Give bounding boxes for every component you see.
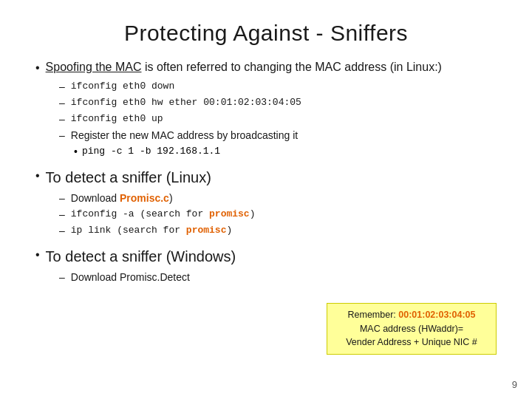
bullet-3-text: To detect a sniffer (Windows) — [46, 246, 236, 267]
bullet-2-sub-3: – ip link (search for promisc) — [59, 223, 497, 239]
bullet-1-subitems: – ifconfig eth0 down – ifconfig eth0 hw … — [59, 79, 497, 160]
bullet-3-sub-1: – Download Promisc.Detect — [59, 270, 497, 285]
sub-item-3: – ifconfig eth0 up — [59, 112, 497, 127]
slide-title: Protecting Against - Sniffers — [35, 21, 497, 46]
bullet-1-main: • Spoofing the MAC is often referred to … — [35, 59, 497, 76]
bullet-3-section: • To detect a sniffer (Windows) – Downlo… — [35, 246, 497, 285]
sub-sub-item: • ping -c 1 -b 192.168.1.1 — [74, 144, 497, 160]
sub-item-1: – ifconfig eth0 down — [59, 79, 497, 95]
bullet-2-dot: • — [35, 168, 40, 184]
bullet-3-main: • To detect a sniffer (Windows) — [35, 246, 497, 267]
bullet-2-section: • To detect a sniffer (Linux) – Download… — [35, 167, 497, 239]
bullet-2-sub-2: – ifconfig -a (search for promisc) — [59, 207, 497, 222]
bullet-2-sub-3-text: ip link (search for promisc) — [71, 223, 232, 238]
bullet-2-sub-1: – Download Promisc.c) — [59, 191, 497, 206]
bullet-2-main: • To detect a sniffer (Linux) — [35, 167, 497, 188]
highlight-box: Remember: 00:01:02:03:04:05 MAC address … — [327, 303, 497, 355]
sub-item-4-text: Register the new MAC address by broadcas… — [71, 128, 298, 143]
bullet-1-text: Spoofing the MAC is often referred to ch… — [46, 59, 442, 75]
bullet-3-sub-1-text: Download Promisc.Detect — [71, 270, 190, 285]
sub-item-4: – Register the new MAC address by broadc… — [59, 128, 497, 143]
sub-item-3-text: ifconfig eth0 up — [71, 112, 163, 126]
bullet-2-text: To detect a sniffer (Linux) — [46, 167, 211, 188]
bullet-3-subitems: – Download Promisc.Detect — [59, 270, 497, 285]
highlight-line3: Vender Address + Unique NIC # — [346, 337, 477, 347]
slide: Protecting Against - Sniffers • Spoofing… — [0, 0, 532, 399]
bullet-1-dot: • — [35, 60, 40, 76]
bullet-2-sub-1-text: Download Promisc.c) — [71, 191, 173, 206]
bullet-1-section: • Spoofing the MAC is often referred to … — [35, 59, 497, 160]
highlight-line2: MAC address (HWaddr)= — [360, 324, 463, 334]
bullet-3-dot: • — [35, 247, 40, 263]
sub-sub-item-text: ping -c 1 -b 192.168.1.1 — [82, 144, 220, 159]
spoofing-link: Spoofing the MAC — [46, 61, 142, 73]
bullet-2-subitems: – Download Promisc.c) – ifconfig -a (sea… — [59, 191, 497, 239]
highlight-line1-orange: 00:01:02:03:04:05 — [398, 310, 475, 320]
highlight-line1-pre: Remember: — [347, 310, 398, 320]
bullet-2-sub-2-text: ifconfig -a (search for promisc) — [71, 207, 256, 222]
sub-item-2: – ifconfig eth0 hw ether 00:01:02:03:04:… — [59, 95, 497, 111]
sub-item-2-text: ifconfig eth0 hw ether 00:01:02:03:04:05 — [71, 95, 301, 110]
page-number: 9 — [512, 379, 517, 390]
sub-item-1-text: ifconfig eth0 down — [71, 79, 174, 94]
